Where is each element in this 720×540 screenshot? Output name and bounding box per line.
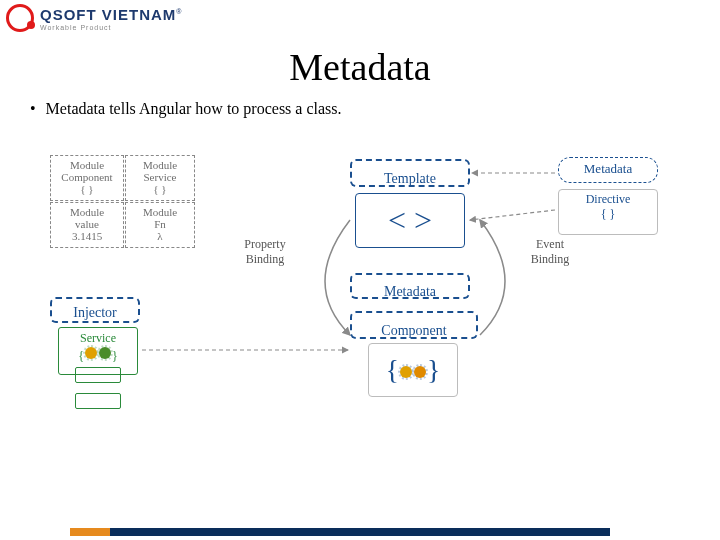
brand-sup: ® (176, 7, 181, 14)
module-value-box: Module value 3.1415 (50, 202, 124, 248)
template-angle-icon: < > (355, 193, 465, 248)
module-component-box: Module Component { } (50, 155, 124, 201)
directive-label: Directive (559, 192, 657, 207)
service-label: Service (59, 331, 137, 346)
component-braces-icon: {} (368, 343, 458, 397)
module-service-glyph: { } (126, 183, 194, 195)
architecture-diagram: Module Component { } Module Service { } … (50, 155, 670, 465)
footer-bar (110, 528, 610, 536)
module-fn-glyph: λ (126, 230, 194, 242)
mini-service-icon (75, 393, 121, 409)
module-value-label: Module value (51, 206, 123, 230)
bullet-icon: • (30, 100, 36, 118)
mini-service-icon (75, 367, 121, 383)
service-box: Service {} (58, 327, 138, 375)
bullet-text: Metadata tells Angular how to process a … (46, 100, 342, 118)
metadata-cloud: Metadata (558, 157, 658, 183)
module-service-label: Module Service (126, 159, 194, 183)
module-service-box: Module Service { } (125, 155, 195, 201)
directive-box: Directive { } (558, 189, 658, 235)
component-box: Component (350, 311, 478, 339)
module-value-glyph: 3.1415 (51, 230, 123, 242)
module-component-label: Module Component (51, 159, 123, 183)
brand-name: QSOFT VIETNAM (40, 6, 176, 23)
event-binding-label: Event Binding (510, 237, 590, 267)
logo-mark-icon (6, 4, 34, 32)
bullet-row: • Metadata tells Angular how to process … (30, 100, 342, 118)
brand-logo: QSOFT VIETNAM® Workable Product (6, 4, 182, 32)
property-binding-label: Property Binding (225, 237, 305, 267)
metadata-pill: Metadata (350, 273, 470, 299)
component-braces-glyph: {} (386, 354, 441, 386)
module-fn-box: Module Fn λ (125, 202, 195, 248)
injector-box: Injector (50, 297, 140, 323)
service-gears-icon: {} (59, 346, 137, 364)
slide-title: Metadata (0, 45, 720, 89)
module-component-glyph: { } (51, 183, 123, 195)
brand-tagline: Workable Product (40, 24, 182, 31)
directive-glyph: { } (559, 207, 657, 222)
template-box: Template (350, 159, 470, 187)
module-fn-label: Module Fn (126, 206, 194, 230)
